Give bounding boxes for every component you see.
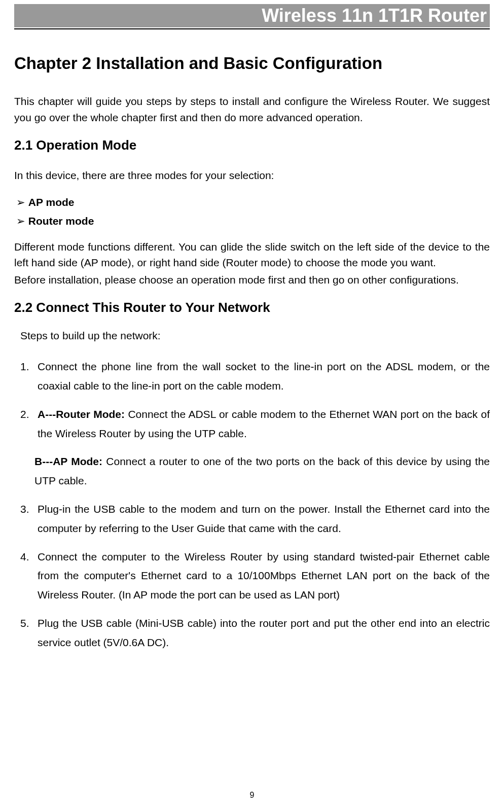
section-2-1-title: 2.1 Operation Mode xyxy=(14,137,490,153)
steps-ordered-list-cont: Plug-in the USB cable to the modem and t… xyxy=(14,500,490,652)
step-2b-text: Connect a router to one of the two ports… xyxy=(34,455,490,486)
bullet-router-mode: Router mode xyxy=(16,213,490,230)
step-2b: B---AP Mode: Connect a router to one of … xyxy=(14,452,490,490)
steps-ordered-list: Connect the phone line from the wall soc… xyxy=(14,357,490,443)
step-3: Plug-in the USB cable to the modem and t… xyxy=(20,500,490,538)
bullet-ap-mode: AP mode xyxy=(16,194,490,211)
section-2-1-para2: Before installation, please choose an op… xyxy=(14,272,490,288)
mode-bullet-list: AP mode Router mode xyxy=(14,194,490,230)
section-2-1-para1: Different mode functions different. You … xyxy=(14,239,490,271)
step-2a: A---Router Mode: Connect the ADSL or cab… xyxy=(20,405,490,443)
step-1: Connect the phone line from the wall soc… xyxy=(20,357,490,396)
chapter-intro: This chapter will guide you steps by ste… xyxy=(14,93,490,125)
page-number: 9 xyxy=(0,791,504,800)
section-2-2-title: 2.2 Connect This Router to Your Network xyxy=(14,300,490,315)
step-2b-label: B---AP Mode: xyxy=(34,455,102,467)
header-title: Wireless 11n 1T1R Router xyxy=(14,4,490,27)
section-2-2-intro: Steps to build up the network: xyxy=(20,330,490,342)
step-4: Connect the computer to the Wireless Rou… xyxy=(20,547,490,605)
document-header: Wireless 11n 1T1R Router xyxy=(14,4,490,29)
step-5: Plug the USB cable (Mini-USB cable) into… xyxy=(20,614,490,652)
step-2a-label: A---Router Mode: xyxy=(38,408,125,420)
chapter-title: Chapter 2 Installation and Basic Configu… xyxy=(14,54,490,73)
section-2-1-intro: In this device, there are three modes fo… xyxy=(14,167,490,184)
